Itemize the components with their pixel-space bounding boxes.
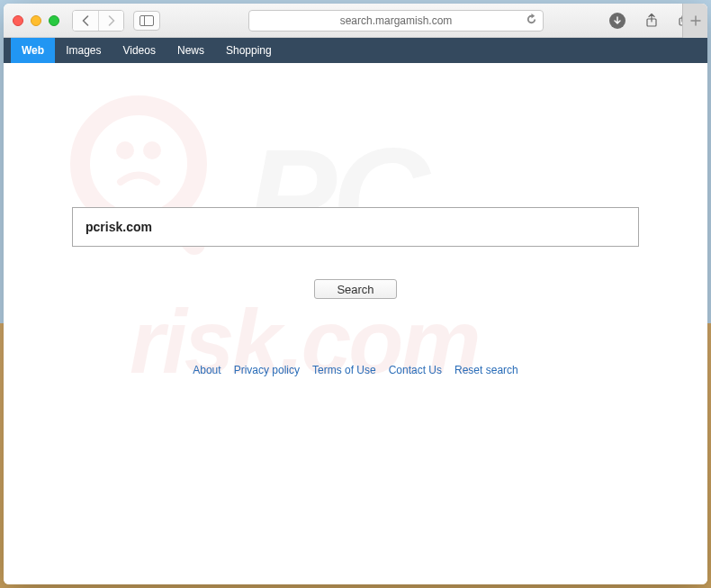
footer-link-privacy[interactable]: Privacy policy <box>234 364 300 376</box>
footer-link-reset[interactable]: Reset search <box>454 364 518 376</box>
url-text: search.margamish.com <box>340 14 453 27</box>
share-icon <box>645 14 658 28</box>
browser-window: search.margamish.com <box>4 4 707 584</box>
forward-button[interactable] <box>98 11 123 31</box>
search-button[interactable]: Search <box>314 279 397 299</box>
new-tab-button[interactable] <box>682 4 707 38</box>
window-close-button[interactable] <box>13 15 23 26</box>
reload-icon[interactable] <box>526 14 537 28</box>
nav-item-videos[interactable]: Videos <box>112 38 166 63</box>
nav-button-group <box>72 10 124 32</box>
page-content: PC risk.com Web Images Videos News Shopp… <box>4 38 707 584</box>
sidebar-toggle-button[interactable] <box>133 11 160 31</box>
nav-item-images[interactable]: Images <box>55 38 112 63</box>
back-button[interactable] <box>73 11 98 31</box>
footer-link-terms[interactable]: Terms of Use <box>312 364 376 376</box>
nav-item-label: Shopping <box>226 44 272 57</box>
svg-rect-0 <box>140 15 154 25</box>
nav-item-label: Videos <box>122 44 155 57</box>
nav-item-web[interactable]: Web <box>11 38 55 63</box>
window-minimize-button[interactable] <box>31 15 41 26</box>
plus-icon <box>690 15 701 26</box>
titlebar: search.margamish.com <box>4 4 707 38</box>
url-bar[interactable]: search.margamish.com <box>248 10 544 32</box>
downloads-button[interactable] <box>605 11 630 31</box>
nav-item-label: Web <box>22 44 44 57</box>
nav-item-label: News <box>177 44 204 57</box>
footer-links: About Privacy policy Terms of Use Contac… <box>193 364 518 376</box>
nav-item-label: Images <box>66 44 101 57</box>
svg-point-7 <box>116 141 134 159</box>
traffic-lights <box>13 15 59 26</box>
search-area: Search About Privacy policy Terms of Use… <box>4 207 707 376</box>
window-maximize-button[interactable] <box>49 15 59 26</box>
share-button[interactable] <box>639 11 664 31</box>
search-input[interactable] <box>72 207 639 247</box>
category-nav: Web Images Videos News Shopping <box>4 38 707 63</box>
footer-link-about[interactable]: About <box>193 364 220 376</box>
download-icon <box>609 13 626 29</box>
nav-item-news[interactable]: News <box>166 38 215 63</box>
nav-item-shopping[interactable]: Shopping <box>215 38 283 63</box>
footer-link-contact[interactable]: Contact Us <box>389 364 442 376</box>
svg-point-8 <box>143 141 161 159</box>
svg-point-5 <box>80 105 197 222</box>
